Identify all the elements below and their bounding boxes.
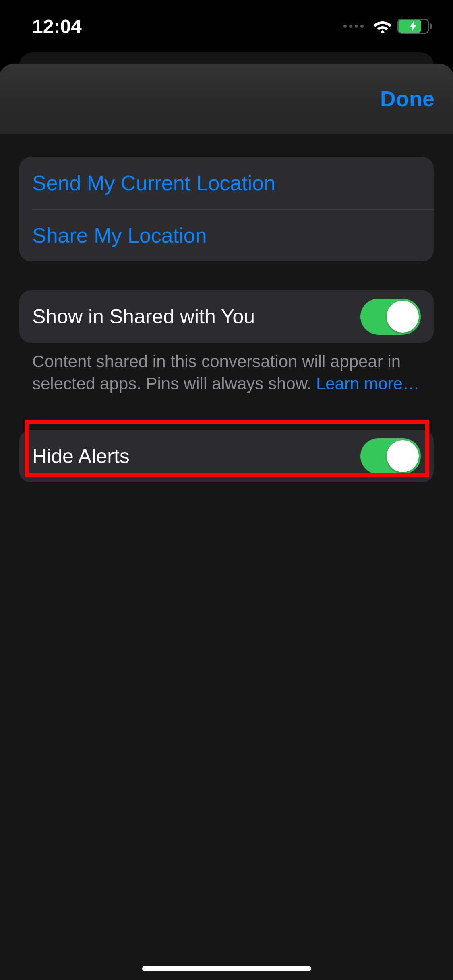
- hide-alerts-group: Hide Alerts: [19, 430, 434, 482]
- share-location-label: Share My Location: [32, 223, 207, 247]
- toggle-knob: [387, 301, 419, 333]
- status-time: 12:04: [32, 15, 82, 37]
- wifi-icon: [372, 19, 393, 33]
- shared-with-you-group: Show in Shared with You: [19, 290, 434, 343]
- charging-bolt-icon: [410, 21, 417, 31]
- hide-alerts-toggle[interactable]: [360, 438, 421, 474]
- signal-dots-icon: [343, 25, 364, 28]
- status-bar: 12:04: [0, 0, 453, 52]
- done-button[interactable]: Done: [380, 86, 434, 111]
- hide-alerts-label: Hide Alerts: [32, 445, 360, 468]
- battery-icon: [397, 19, 429, 34]
- send-location-label: Send My Current Location: [32, 171, 275, 195]
- shared-with-you-row[interactable]: Show in Shared with You: [19, 290, 434, 343]
- send-location-row[interactable]: Send My Current Location: [19, 157, 434, 209]
- learn-more-link[interactable]: Learn more…: [316, 374, 420, 393]
- shared-footer: Content shared in this conversation will…: [19, 343, 434, 395]
- home-indicator[interactable]: [142, 966, 311, 971]
- hide-alerts-row[interactable]: Hide Alerts: [19, 430, 434, 482]
- status-right: [343, 19, 429, 34]
- location-group: Send My Current Location Share My Locati…: [19, 157, 434, 261]
- shared-with-you-label: Show in Shared with You: [32, 305, 360, 328]
- toggle-knob: [387, 440, 419, 472]
- share-location-row[interactable]: Share My Location: [19, 209, 434, 261]
- nav-bar: Done: [0, 64, 453, 134]
- shared-with-you-toggle[interactable]: [360, 299, 421, 335]
- content: Send My Current Location Share My Locati…: [19, 157, 434, 482]
